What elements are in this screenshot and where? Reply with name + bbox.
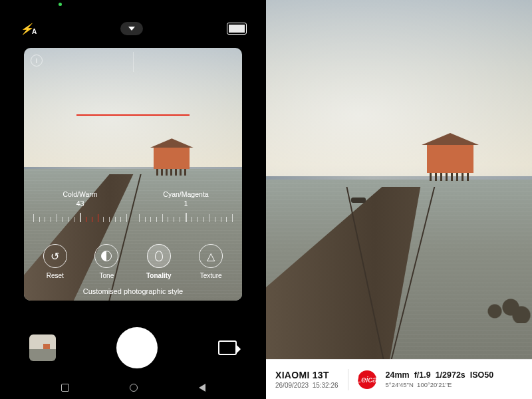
- flash-icon: ⚡: [20, 23, 32, 35]
- slider-ticks[interactable]: [139, 211, 233, 222]
- shutter-button[interactable]: [116, 327, 158, 368]
- tonality-sliders: Cold/Warm 43 Cyan/Magenta 1: [24, 190, 242, 222]
- grid-centerline: [133, 52, 134, 72]
- meta-divider: [348, 369, 348, 390]
- texture-tool[interactable]: △ Texture: [199, 244, 223, 279]
- camera-topbar: ⚡A: [0, 19, 266, 39]
- slider-label: Cyan/Magenta: [139, 190, 233, 198]
- style-caption: Customised photographic style: [24, 287, 242, 295]
- camera-active-indicator: [59, 3, 62, 6]
- flash-toggle[interactable]: ⚡A: [20, 23, 35, 35]
- viewfinder[interactable]: i Cold/Warm 43 Cyan/Magenta 1: [24, 48, 242, 301]
- video-mode-toggle[interactable]: [218, 340, 237, 355]
- nav-recent-icon[interactable]: [61, 384, 69, 392]
- slider-label: Cold/Warm: [33, 190, 127, 198]
- info-icon[interactable]: i: [31, 55, 43, 66]
- result-panel: XIAOMI 13T 26/09/2023 15:32:26 Leica 24m…: [266, 0, 532, 399]
- horizon-level-indicator: [76, 114, 190, 116]
- tone-tool[interactable]: Tone: [94, 244, 118, 279]
- nav-home-icon[interactable]: [130, 384, 138, 392]
- chevron-down-icon: [128, 27, 135, 31]
- reset-tool[interactable]: ↺ Reset: [43, 244, 67, 279]
- camera-bottombar: [0, 327, 266, 368]
- slider-value: 1: [139, 200, 233, 207]
- device-name: XIAOMI 13T: [275, 370, 338, 380]
- flash-mode-label: A: [32, 28, 35, 35]
- settings-expand-button[interactable]: [120, 22, 143, 35]
- slider-value: 43: [33, 200, 127, 207]
- photo-metadata-bar: XIAOMI 13T 26/09/2023 15:32:26 Leica 24m…: [266, 359, 532, 399]
- tonality-tool[interactable]: Tonality: [146, 244, 172, 279]
- gallery-thumbnail[interactable]: [29, 334, 56, 361]
- reset-icon: ↺: [51, 250, 59, 263]
- texture-icon: △: [207, 250, 215, 263]
- tone-icon: [101, 251, 112, 261]
- tonality-icon: [155, 251, 163, 261]
- result-photo: [266, 0, 532, 359]
- leica-mode-badge[interactable]: [227, 23, 246, 34]
- leica-logo: Leica: [358, 370, 376, 389]
- android-navbar: [0, 380, 266, 395]
- camera-app: ⚡A i Cold/Warm 43: [0, 0, 266, 399]
- exif-summary: 24mm f/1.9 1/2972s ISO50: [386, 370, 494, 380]
- cyan-magenta-slider[interactable]: Cyan/Magenta 1: [139, 190, 233, 222]
- gps-coords: 5°24'45"N 100°20'21"E: [386, 381, 494, 388]
- nav-back-icon[interactable]: [199, 384, 205, 392]
- cold-warm-slider[interactable]: Cold/Warm 43: [33, 190, 127, 222]
- style-tools-row: ↺ Reset Tone Tonality △ Texture: [24, 244, 242, 279]
- capture-datetime: 26/09/2023 15:32:26: [275, 382, 338, 389]
- slider-ticks[interactable]: [33, 211, 127, 222]
